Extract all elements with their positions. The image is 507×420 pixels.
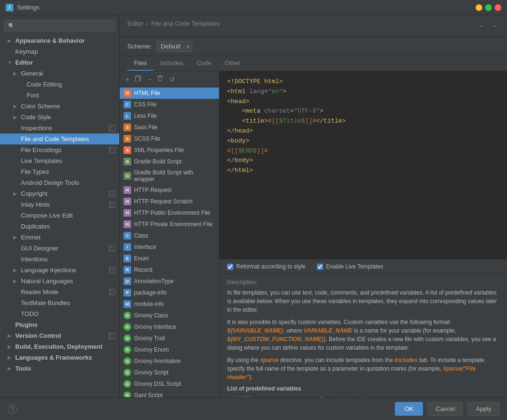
sidebar-item-intentions[interactable]: Intentions: [0, 254, 119, 265]
cancel-button[interactable]: Cancel: [428, 402, 463, 416]
expand-icon-editor: ▼: [8, 60, 13, 65]
live-templates-checkbox[interactable]: [317, 264, 323, 270]
minimize-button[interactable]: [476, 4, 482, 11]
file-item-groovy-dsl[interactable]: G Groovy DSL Script: [120, 378, 219, 390]
scheme-select[interactable]: Default Project: [156, 41, 192, 52]
nav-forward-button[interactable]: →: [489, 21, 499, 31]
file-item-label-sass: Sass File: [134, 124, 157, 131]
description-para-2: It is also possible to specify custom va…: [227, 318, 499, 352]
sidebar-item-file-encodings[interactable]: File Encodings ⬛: [0, 144, 119, 155]
sidebar-item-live-templates[interactable]: Live Templates: [0, 155, 119, 166]
sidebar-item-compose-live-edit[interactable]: Compose Live Edit: [0, 210, 119, 221]
sidebar-item-duplicates[interactable]: Duplicates: [0, 221, 119, 232]
live-templates-checkbox-label[interactable]: Enable Live Templates: [317, 263, 383, 270]
file-item-module-info[interactable]: M module-info: [120, 298, 219, 310]
reformat-checkbox[interactable]: [227, 264, 233, 270]
reset-template-button[interactable]: ↺: [167, 75, 177, 84]
sidebar-item-emmet[interactable]: ▶ Emmet: [0, 232, 119, 243]
sidebar-item-editor[interactable]: ▼ Editor: [0, 57, 119, 68]
sidebar-item-file-and-code-templates[interactable]: File and Code Templates: [0, 134, 119, 144]
file-item-groovy-annotation[interactable]: G Groovy Annotation: [120, 355, 219, 367]
nav-back-button[interactable]: ←: [477, 21, 487, 31]
delete-template-button[interactable]: [155, 74, 165, 84]
file-item-groovy-trait[interactable]: G Groovy Trait: [120, 333, 219, 344]
file-item-label-interface: Interface: [134, 244, 156, 250]
tab-includes[interactable]: Includes: [153, 56, 190, 71]
tab-files[interactable]: Files: [127, 56, 153, 71]
html-icon: H: [124, 89, 131, 97]
reformat-checkbox-label[interactable]: Reformat according to style: [227, 263, 306, 270]
file-item-interface[interactable]: I Interface: [120, 241, 219, 253]
file-item-groovy-enum[interactable]: G Groovy Enum: [120, 344, 219, 355]
sidebar-item-font[interactable]: Font: [0, 90, 119, 101]
sidebar-item-android-design-tools[interactable]: Android Design Tools: [0, 177, 119, 188]
sidebar-item-gui-designer[interactable]: GUI Designer ⬛: [0, 243, 119, 254]
description-panel: Description: In file templates, you can …: [220, 274, 507, 397]
code-line-10: </html>: [227, 166, 499, 176]
file-item-enum[interactable]: E Enum: [120, 253, 219, 264]
search-box[interactable]: 🔍: [4, 20, 115, 31]
file-item-groovy-script[interactable]: G Groovy Script: [120, 367, 219, 378]
file-item-class[interactable]: C Class: [120, 230, 219, 241]
sidebar-item-color-scheme[interactable]: ▶ Color Scheme: [0, 101, 119, 112]
file-item-groovy-class[interactable]: G Groovy Class: [120, 310, 219, 321]
sidebar-item-todo[interactable]: TODO: [0, 308, 119, 319]
file-item-gradle[interactable]: G Gradle Build Script: [120, 156, 219, 167]
file-item-http-private[interactable]: H HTTP Private Environment File: [120, 219, 219, 230]
file-item-less[interactable]: L Less File: [120, 110, 219, 122]
sidebar-item-natural-languages[interactable]: ▶ Natural Languages: [0, 276, 119, 286]
add-template-button[interactable]: +: [124, 75, 131, 84]
help-button[interactable]: ?: [8, 404, 17, 414]
sidebar-item-language-injections[interactable]: ▶ Language Injections ⬛: [0, 265, 119, 276]
sidebar-item-reader-mode[interactable]: Reader Mode ⬛: [0, 286, 119, 297]
code-editor[interactable]: <!DOCTYPE html> <html lang="en"> <head> …: [220, 71, 507, 259]
sidebar-label-gui: GUI Designer: [21, 245, 109, 252]
search-input[interactable]: [17, 22, 111, 29]
file-item-css[interactable]: C CSS File: [120, 99, 219, 110]
file-item-package-info[interactable]: P package-info: [120, 287, 219, 298]
tab-other[interactable]: Other: [218, 56, 247, 71]
file-item-scss[interactable]: S SCSS File: [120, 133, 219, 144]
sidebar-item-tools[interactable]: ▶ Tools: [0, 363, 119, 374]
sidebar-item-code-style[interactable]: ▶ Code Style: [0, 112, 119, 123]
sidebar-item-general[interactable]: ▶ General: [0, 68, 119, 79]
sidebar-item-inlay-hints[interactable]: Inlay Hints ⬛: [0, 199, 119, 210]
sidebar-item-build[interactable]: ▶ Build, Execution, Deployment: [0, 341, 119, 352]
sidebar-item-textmate[interactable]: TextMate Bundles: [0, 297, 119, 308]
file-item-record[interactable]: R Record: [120, 264, 219, 276]
sidebar-item-appearance[interactable]: ▶ Appearance & Behavior: [0, 35, 119, 46]
file-item-xml-props[interactable]: X XML Properties File: [120, 144, 219, 156]
file-item-label-groovy-annotation: Groovy Annotation: [134, 358, 181, 364]
file-item-gant[interactable]: G Gant Script: [120, 390, 219, 397]
sidebar-item-file-types[interactable]: File Types: [0, 166, 119, 177]
sidebar-label-emmet: Emmet: [21, 234, 115, 241]
file-item-annotation[interactable]: @ AnnotationType: [120, 276, 219, 287]
sidebar-item-version-control[interactable]: ▶ Version Control ⬛: [0, 330, 119, 341]
file-item-http-scratch[interactable]: H HTTP Request Scratch: [120, 196, 219, 207]
sidebar-item-plugins[interactable]: Plugins: [0, 319, 119, 330]
sidebar-item-inspections[interactable]: Inspections ⬛: [0, 123, 119, 134]
sidebar-item-languages[interactable]: ▶ Languages & Frameworks: [0, 352, 119, 363]
copy-template-button[interactable]: [133, 74, 143, 84]
file-item-html[interactable]: H HTML File: [120, 87, 219, 99]
file-item-sass[interactable]: S Sass File: [120, 122, 219, 133]
app-icon: I: [6, 4, 13, 11]
file-item-http-public[interactable]: H HTTP Public Environment File: [120, 207, 219, 219]
maximize-button[interactable]: [485, 4, 492, 11]
tab-code[interactable]: Code: [190, 56, 218, 71]
apply-button[interactable]: Apply: [468, 402, 499, 416]
description-title: Description:: [227, 279, 499, 286]
ok-button[interactable]: OK: [395, 402, 423, 416]
remove-template-button[interactable]: −: [145, 75, 153, 84]
sidebar-item-copyright[interactable]: ▶ Copyright ⬛: [0, 188, 119, 199]
file-item-gradle-wrapper[interactable]: G Gradle Build Script with wrapper: [120, 167, 219, 184]
file-item-groovy-interface[interactable]: G Groovy Interface: [120, 321, 219, 333]
sidebar-item-code-editing[interactable]: Code Editing: [0, 79, 119, 90]
breadcrumb: Editor › File and Code Templates: [127, 20, 220, 27]
file-item-http-req[interactable]: H HTTP Request: [120, 184, 219, 196]
annotation-icon: @: [124, 277, 131, 285]
sidebar-label-code-editing: Code Editing: [27, 81, 115, 88]
expand-icon-languages: ▶: [8, 355, 13, 360]
close-button[interactable]: [495, 4, 501, 11]
sidebar-item-keymap[interactable]: Keymap: [0, 46, 119, 57]
